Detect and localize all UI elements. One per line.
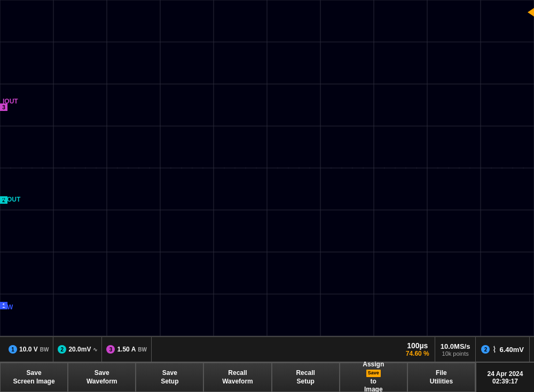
recall-setup-label: RecallSetup xyxy=(296,369,315,386)
ch1-label: SW xyxy=(1,303,14,311)
trigger-arrow xyxy=(528,8,534,17)
assign-image-label: Assign Save toImage xyxy=(363,361,384,392)
ch1-indicator: 1 xyxy=(9,345,17,354)
save-badge: Save xyxy=(366,370,381,377)
recall-waveform-label: RecallWaveform xyxy=(222,369,253,386)
ch3-status: 3 1.50 A BW xyxy=(102,337,152,362)
timebase-section: 100µs 74.60 % xyxy=(400,337,435,362)
ch3-indicator: 3 xyxy=(106,345,115,354)
sample-section: 10.0MS/s 10k points xyxy=(435,337,476,362)
file-utilities-label: FileUtilities xyxy=(430,369,453,386)
save-screen-image-button[interactable]: SaveScreen Image xyxy=(0,363,68,392)
timebase-value: 100µs xyxy=(407,341,428,350)
ch3-bw-icon: BW xyxy=(138,347,147,353)
ch1-scale: 10.0 V xyxy=(19,346,38,353)
ch1-status: 1 10.0 V BW xyxy=(4,337,53,362)
ch2-bw-icon: ∿ xyxy=(93,347,97,353)
save-waveform-button[interactable]: SaveWaveform xyxy=(68,363,136,392)
grid-canvas xyxy=(0,0,534,336)
save-screen-image-label: SaveScreen Image xyxy=(13,369,55,386)
trigger-section: 2 ⌇ 6.40mV xyxy=(476,337,530,362)
time-display: 02:39:17 xyxy=(492,378,518,385)
sample-points: 10k points xyxy=(442,350,469,357)
file-utilities-button[interactable]: FileUtilities xyxy=(407,363,475,392)
ch2-scale: 20.0mV xyxy=(68,346,91,353)
status-bar: 1 10.0 V BW 2 20.0mV ∿ 3 1.50 A BW 100µs… xyxy=(0,336,534,362)
save-setup-label: SaveSetup xyxy=(161,369,178,386)
trig-ch-indicator: 2 xyxy=(481,345,490,354)
trigger-pct: 74.60 % xyxy=(406,350,429,357)
oscilloscope: 3 2 1 IOUT VOUT SW 1 10.0 V BW 2 20.0mV … xyxy=(0,0,534,392)
ch3-label: IOUT xyxy=(1,97,20,106)
button-bar: SaveScreen Image SaveWaveform SaveSetup … xyxy=(0,362,534,392)
save-waveform-label: SaveWaveform xyxy=(87,369,117,386)
ch2-status: 2 20.0mV ∿ xyxy=(53,337,102,362)
ch2-label: VOUT xyxy=(1,195,22,204)
datetime-display: 24 Apr 2024 02:39:17 xyxy=(475,363,534,392)
save-setup-button[interactable]: SaveSetup xyxy=(136,363,203,392)
ch3-scale: 1.50 A xyxy=(117,346,136,353)
ch2-indicator: 2 xyxy=(58,345,66,354)
recall-waveform-button[interactable]: RecallWaveform xyxy=(203,363,271,392)
trig-symbol: ⌇ xyxy=(492,345,497,355)
trig-level: 6.40mV xyxy=(499,346,524,354)
ch1-bw-icon: BW xyxy=(40,347,49,353)
assign-image-button[interactable]: Assign Save toImage xyxy=(340,363,407,392)
recall-setup-button[interactable]: RecallSetup xyxy=(272,363,340,392)
sample-rate: 10.0MS/s xyxy=(441,342,470,350)
date-display: 24 Apr 2024 xyxy=(488,370,523,378)
oscilloscope-screen: 3 2 1 IOUT VOUT SW xyxy=(0,0,534,336)
